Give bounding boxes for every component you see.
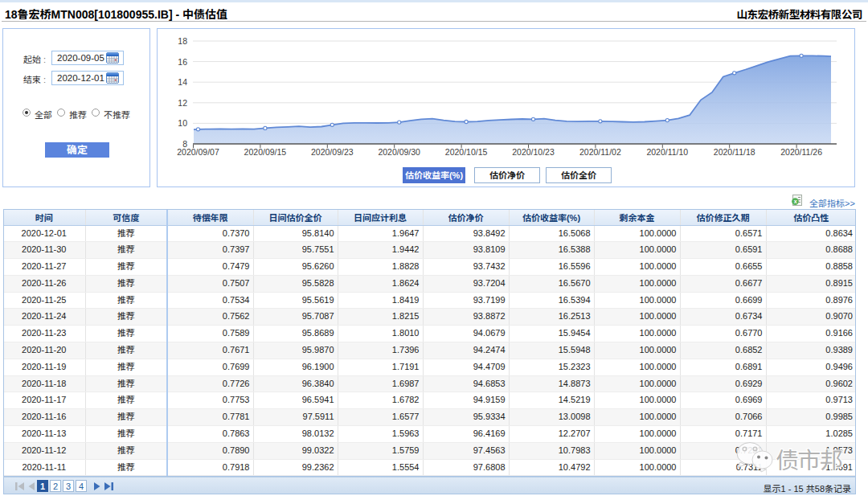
svg-text:债市邦: 债市邦	[776, 441, 842, 475]
svg-text:2020/11/10: 2020/11/10	[646, 147, 688, 157]
svg-text:2020/11/26: 2020/11/26	[780, 147, 822, 157]
svg-text:2020/09/07: 2020/09/07	[177, 147, 219, 157]
svg-text:16: 16	[178, 57, 187, 67]
svg-text:10: 10	[178, 118, 187, 128]
svg-text:2020/10/15: 2020/10/15	[445, 147, 488, 157]
svg-text:18: 18	[178, 36, 187, 46]
svg-text:2020/10/23: 2020/10/23	[512, 147, 555, 157]
svg-text:2020/09/30: 2020/09/30	[378, 147, 420, 157]
svg-text:2020/09/23: 2020/09/23	[311, 147, 354, 157]
svg-text:14: 14	[178, 77, 187, 87]
svg-text:12: 12	[178, 98, 187, 108]
svg-text:2020/11/18: 2020/11/18	[714, 147, 755, 157]
svg-text:2020/09/15: 2020/09/15	[244, 147, 287, 157]
svg-text:2020/11/02: 2020/11/02	[579, 147, 621, 157]
svg-text:x: x	[794, 199, 797, 204]
